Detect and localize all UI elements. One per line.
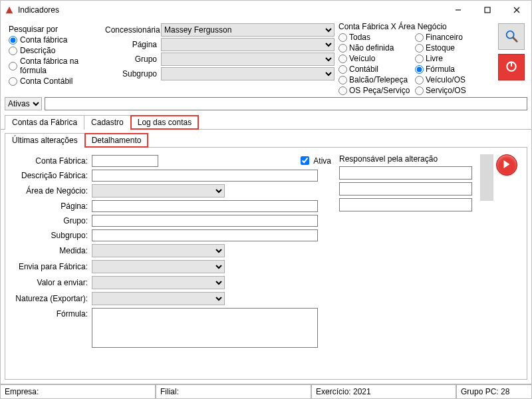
- form-left: Conta Fábrica: Ativa Descrição Fábrica: …: [15, 154, 331, 372]
- search-input[interactable]: [45, 97, 527, 110]
- app-icon: [5, 5, 14, 15]
- next-button[interactable]: [496, 154, 517, 176]
- radio-conta-contabil[interactable]: Conta Contábil: [9, 76, 98, 86]
- filter-area: Pesquisar por Conta fábrica Descrição Co…: [1, 19, 531, 97]
- input-responsible-1[interactable]: [339, 166, 472, 180]
- input-responsible-3[interactable]: [339, 198, 472, 211]
- radio-nao-definida[interactable]: Não definida: [338, 43, 415, 53]
- select-envia[interactable]: [92, 260, 225, 273]
- radio-label: Fórmula: [426, 65, 455, 74]
- input-formula[interactable]: [92, 308, 318, 348]
- exit-button[interactable]: [498, 54, 525, 80]
- area-negocio-legend: Conta Fábrica X Área Negócio: [338, 22, 491, 31]
- label-descricao: Descrição Fábrica:: [15, 171, 88, 180]
- svg-rect-2: [485, 7, 490, 13]
- tab-ultimas-alteracoes[interactable]: Últimas alterações: [5, 133, 85, 148]
- radio-financeiro[interactable]: Financeiro: [415, 33, 491, 43]
- input-grupo[interactable]: [92, 215, 318, 227]
- content-area: Últimas alterações Detalhamento Conta Fá…: [1, 130, 531, 384]
- label-grupo: Grupo:: [15, 216, 88, 225]
- label-formula: Fórmula:: [15, 309, 88, 319]
- input-responsible-2[interactable]: [339, 182, 472, 196]
- select-area[interactable]: [92, 184, 225, 198]
- radio-label: Estoque: [426, 43, 455, 53]
- pagina-select[interactable]: [161, 38, 334, 51]
- input-pagina[interactable]: [92, 200, 318, 212]
- state-select[interactable]: Ativas: [5, 97, 42, 110]
- radio-os-peca[interactable]: OS Peça/Serviço: [338, 86, 415, 96]
- search-by-legend: Pesquisar por: [9, 25, 98, 34]
- input-descricao[interactable]: [92, 170, 318, 182]
- arrow-right-icon: [501, 158, 513, 172]
- radio-label: Veículo/OS: [426, 75, 466, 85]
- minimize-button[interactable]: [444, 1, 473, 19]
- maximize-button[interactable]: [473, 1, 502, 19]
- svg-line-6: [513, 37, 517, 41]
- filter-dropdowns: Concessionária Massey Fergusson Página G…: [105, 22, 334, 96]
- app-window: Indicadores Pesquisar por Conta fábrica …: [0, 0, 532, 399]
- radio-label: Livre: [426, 54, 443, 64]
- status-exercicio: Exercício: 2021: [312, 385, 457, 398]
- status-filial: Filial:: [156, 385, 312, 398]
- concessionaria-select[interactable]: Massey Fergusson: [161, 23, 334, 37]
- action-buttons: [495, 22, 527, 96]
- label-subgrupo: Subgrupo:: [15, 231, 88, 240]
- radio-conta-fabrica-formula[interactable]: Conta fábrica na fórmula: [9, 57, 98, 75]
- ativa-label: Ativa: [313, 156, 331, 166]
- radio-contabil[interactable]: Contábil: [338, 65, 415, 74]
- side-actions: [480, 154, 517, 372]
- label-conta-fabrica: Conta Fábrica:: [15, 156, 88, 166]
- label-valor: Valor a enviar:: [15, 278, 88, 287]
- radio-label: Serviço/OS: [426, 86, 466, 96]
- radio-veiculo[interactable]: Veículo: [338, 54, 415, 64]
- detail-panel: Conta Fábrica: Ativa Descrição Fábrica: …: [5, 148, 527, 380]
- tabs-main: Contas da Fábrica Cadastro Log das conta…: [1, 114, 531, 130]
- input-subgrupo[interactable]: [92, 229, 318, 241]
- side-divider: [480, 154, 493, 201]
- label-area: Área de Negócio:: [15, 186, 88, 196]
- search-by-group: Pesquisar por Conta fábrica Descrição Co…: [5, 22, 102, 96]
- checkbox-ativa[interactable]: Ativa: [298, 154, 331, 167]
- radio-descricao[interactable]: Descrição: [9, 46, 98, 55]
- tab-log-contas[interactable]: Log das contas: [130, 115, 199, 130]
- select-natureza[interactable]: [92, 292, 225, 305]
- tab-contas-fabrica[interactable]: Contas da Fábrica: [5, 115, 84, 130]
- radio-conta-fabrica[interactable]: Conta fábrica: [9, 35, 98, 45]
- radio-label: Contábil: [349, 65, 378, 74]
- radio-label: Balcão/Telepeça: [349, 75, 408, 85]
- radio-formula[interactable]: Fórmula: [415, 65, 491, 74]
- radio-label: Financeiro: [426, 33, 463, 43]
- select-medida[interactable]: [92, 244, 225, 257]
- label-natureza: Natureza (Exportar):: [15, 294, 88, 303]
- titlebar: Indicadores: [1, 1, 531, 19]
- search-button[interactable]: [498, 23, 525, 50]
- close-button[interactable]: [502, 1, 531, 19]
- radio-livre[interactable]: Livre: [415, 54, 491, 64]
- tab-detalhamento[interactable]: Detalhamento: [84, 133, 149, 148]
- select-valor[interactable]: [92, 276, 225, 289]
- tab-cadastro[interactable]: Cadastro: [84, 115, 131, 130]
- status-empresa: Empresa:: [1, 385, 156, 398]
- responsible-legend: Responsável pela alteração: [339, 154, 472, 164]
- radio-label: Descrição: [20, 46, 55, 55]
- label-medida: Medida:: [15, 246, 88, 255]
- radio-label: Veículo: [349, 54, 375, 64]
- radio-estoque[interactable]: Estoque: [415, 43, 491, 53]
- radio-servico-os[interactable]: Serviço/OS: [415, 86, 491, 96]
- label-envia: Envia para Fábrica:: [15, 262, 88, 271]
- grupo-label: Grupo: [105, 55, 158, 64]
- input-conta-fabrica[interactable]: [92, 155, 158, 167]
- statusbar: Empresa: Filial: Exercício: 2021 Grupo P…: [1, 384, 531, 398]
- radio-veiculo-os[interactable]: Veículo/OS: [415, 75, 491, 85]
- radio-todas[interactable]: Todas: [338, 33, 415, 43]
- subgrupo-select[interactable]: [161, 67, 334, 80]
- svg-marker-0: [6, 7, 13, 14]
- radio-balcao[interactable]: Balcão/Telepeça: [338, 75, 415, 85]
- area-negocio-group: Conta Fábrica X Área Negócio Todas Finan…: [337, 22, 493, 96]
- concessionaria-label: Concessionária: [105, 25, 158, 35]
- radio-label: Conta fábrica: [20, 35, 67, 45]
- label-pagina: Página:: [15, 201, 88, 211]
- subgrupo-label: Subgrupo: [105, 69, 158, 78]
- pagina-label: Página: [105, 40, 158, 49]
- grupo-select[interactable]: [161, 53, 334, 66]
